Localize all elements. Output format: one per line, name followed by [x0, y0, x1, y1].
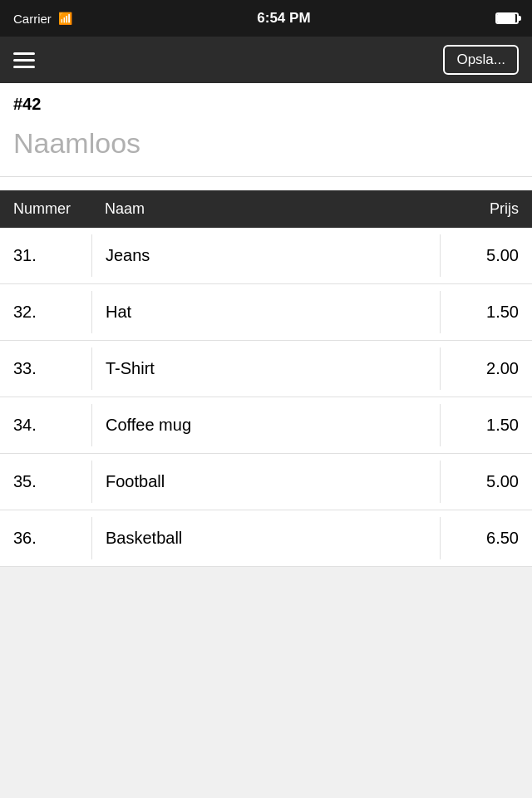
table-row: 35. Football 5.00: [0, 454, 532, 510]
table-body: 31. Jeans 5.00 32. Hat 1.50 33. T-Shirt …: [0, 228, 532, 567]
carrier-label: Carrier: [13, 12, 52, 26]
name-input-row: [0, 121, 532, 177]
cell-prijs: 5.00: [441, 461, 532, 503]
header-naam: Naam: [91, 190, 441, 228]
cell-nummer: 32.: [0, 291, 91, 333]
nav-title: Prijzen: [238, 73, 293, 120]
table-row: 34. Coffee mug 1.50: [0, 397, 532, 454]
cell-naam[interactable]: T-Shirt: [91, 347, 441, 390]
table-row: 33. T-Shirt 2.00: [0, 341, 532, 397]
status-left: Carrier 📶: [13, 12, 72, 26]
table-row: 36. Basketball 6.50: [0, 510, 532, 567]
cell-prijs: 2.00: [441, 347, 532, 390]
cell-nummer: 31.: [0, 234, 91, 277]
price-table: Nummer Naam Prijs 31. Jeans 5.00 32. Hat…: [0, 190, 532, 567]
menu-icon[interactable]: [13, 52, 35, 68]
cell-naam[interactable]: Jeans: [91, 234, 441, 277]
cell-prijs: 5.00: [441, 234, 532, 277]
cell-naam[interactable]: Hat: [91, 291, 441, 333]
cell-prijs: 6.50: [441, 517, 532, 559]
content-area: #42 Nummer Naam Prijs 31. Jeans 5.00 32.…: [0, 83, 532, 567]
wifi-icon: 📶: [58, 12, 72, 25]
header-prijs: Prijs: [441, 190, 532, 228]
header-nummer: Nummer: [0, 190, 91, 228]
name-input[interactable]: [10, 121, 522, 166]
cell-prijs: 1.50: [441, 404, 532, 446]
cell-prijs: 1.50: [441, 291, 532, 333]
cell-nummer: 34.: [0, 404, 91, 446]
cell-nummer: 35.: [0, 461, 91, 503]
status-bar: Carrier 📶 6:54 PM: [0, 0, 532, 37]
cell-naam[interactable]: Coffee mug: [91, 404, 441, 446]
battery-fill: [497, 14, 515, 22]
cell-nummer: 33.: [0, 347, 91, 390]
battery-icon: [495, 12, 519, 24]
cell-naam[interactable]: Basketball: [91, 517, 441, 559]
nav-bar: Prijzen Opsla...: [0, 37, 532, 83]
cell-naam[interactable]: Football: [91, 461, 441, 503]
save-button[interactable]: Opsla...: [443, 45, 519, 75]
status-time: 6:54 PM: [257, 10, 310, 27]
table-row: 32. Hat 1.50: [0, 284, 532, 341]
table-header: Nummer Naam Prijs: [0, 190, 532, 228]
table-row: 31. Jeans 5.00: [0, 228, 532, 284]
cell-nummer: 36.: [0, 517, 91, 559]
